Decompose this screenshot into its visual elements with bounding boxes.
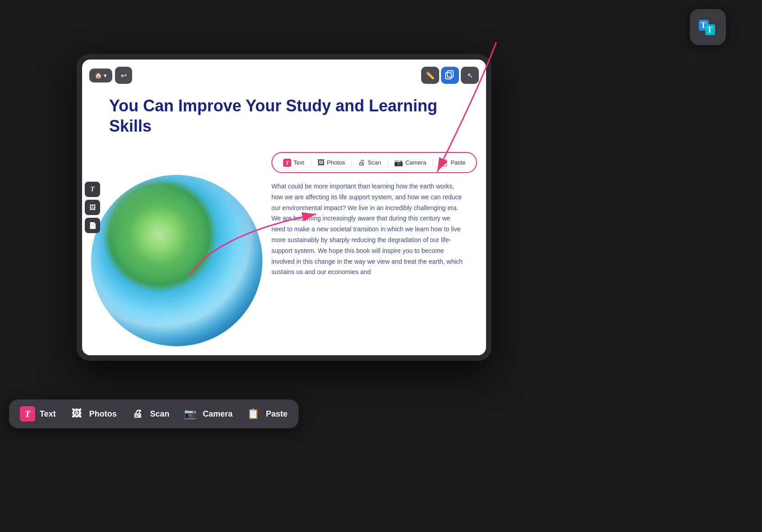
inner-paste-button[interactable]: 📋 Paste (436, 156, 469, 169)
document-side-icon: 📄 (89, 222, 96, 229)
page-title: You Can Improve Your Study and Learning … (109, 96, 473, 136)
toolbar-left: 🏠 ▾ ↩ (89, 67, 132, 84)
bottom-paste-label: Paste (266, 409, 288, 419)
divider-1 (311, 159, 311, 167)
inner-text-button[interactable]: T Text (280, 157, 308, 169)
bottom-photos-icon: 🖼 (69, 406, 85, 422)
cursor-button[interactable]: ↖ (461, 67, 479, 84)
pencil-button[interactable]: ✏️ (421, 67, 439, 84)
inner-paste-label: Paste (450, 159, 465, 166)
bottom-scan-button[interactable]: 🖨 Scan (129, 406, 170, 422)
divider-3 (387, 159, 388, 167)
scene: T T 🏠 ▾ ↩ (0, 0, 762, 532)
inner-camera-label: Camera (405, 159, 426, 166)
bottom-scan-label: Scan (150, 409, 170, 419)
back-icon: ↩ (121, 71, 127, 80)
inner-text-label: Text (294, 159, 304, 166)
inner-scan-button[interactable]: 🖨 Scan (354, 157, 385, 169)
cursor-icon: ↖ (467, 71, 473, 80)
translate-icon: T T (697, 16, 719, 38)
body-text: What could be more important than learni… (271, 181, 464, 278)
text-side-button[interactable]: T (85, 182, 100, 197)
bottom-camera-button[interactable]: 📷 Camera (182, 406, 233, 422)
bottom-photos-button[interactable]: 🖼 Photos (69, 406, 117, 422)
photos-side-icon: 🖼 (89, 204, 96, 211)
document-side-button[interactable]: 📄 (85, 218, 100, 233)
home-button[interactable]: 🏠 ▾ (89, 69, 112, 83)
divider-2 (351, 159, 352, 167)
floating-translate-button[interactable]: T T (690, 9, 726, 45)
bottom-text-icon: T (20, 406, 35, 422)
bottom-camera-icon: 📷 (182, 406, 198, 422)
inner-toolbar: T Text 🖼 Photos 🖨 Scan 📷 (271, 152, 477, 173)
tablet-toolbar: 🏠 ▾ ↩ ✏️ (89, 67, 479, 84)
tablet-frame: 🏠 ▾ ↩ ✏️ (77, 54, 491, 361)
bottom-toolbar: T Text 🖼 Photos 🖨 Scan 📷 Camera 📋 Paste (9, 399, 298, 428)
back-button[interactable]: ↩ (115, 67, 132, 84)
toolbar-right: ✏️ ↖ (421, 67, 479, 84)
dropdown-arrow: ▾ (104, 72, 107, 79)
clone-icon (445, 70, 455, 80)
bottom-text-button[interactable]: T Text (20, 406, 56, 422)
inner-photos-button[interactable]: 🖼 Photos (314, 157, 349, 169)
inner-scan-icon: 🖨 (358, 159, 365, 167)
svg-text:T: T (707, 25, 712, 34)
photos-side-button[interactable]: 🖼 (85, 200, 100, 215)
bottom-camera-label: Camera (203, 409, 233, 419)
inner-photos-icon: 🖼 (317, 159, 325, 167)
inner-photos-label: Photos (327, 159, 345, 166)
bottom-text-label: Text (40, 409, 56, 419)
bottom-paste-button[interactable]: 📋 Paste (245, 406, 288, 422)
clone-button[interactable] (441, 67, 459, 84)
inner-text-icon: T (283, 159, 291, 167)
inner-camera-button[interactable]: 📷 Camera (390, 156, 430, 169)
bottom-paste-icon: 📋 (245, 406, 262, 422)
bottom-scan-icon: 🖨 (129, 406, 146, 422)
inner-camera-icon: 📷 (394, 158, 403, 167)
inner-scan-label: Scan (367, 159, 381, 166)
inner-paste-icon: 📋 (439, 158, 448, 167)
bottom-photos-label: Photos (89, 409, 117, 419)
divider-4 (432, 159, 433, 167)
tablet-screen: 🏠 ▾ ↩ ✏️ (82, 60, 486, 355)
pencil-icon: ✏️ (426, 71, 435, 80)
content-area: You Can Improve Your Study and Learning … (109, 91, 473, 346)
text-side-icon: T (91, 186, 95, 193)
svg-rect-5 (447, 71, 453, 77)
tablet-side-icons: T 🖼 📄 (85, 182, 100, 233)
svg-rect-4 (445, 73, 451, 79)
home-icon: 🏠 (95, 72, 102, 79)
